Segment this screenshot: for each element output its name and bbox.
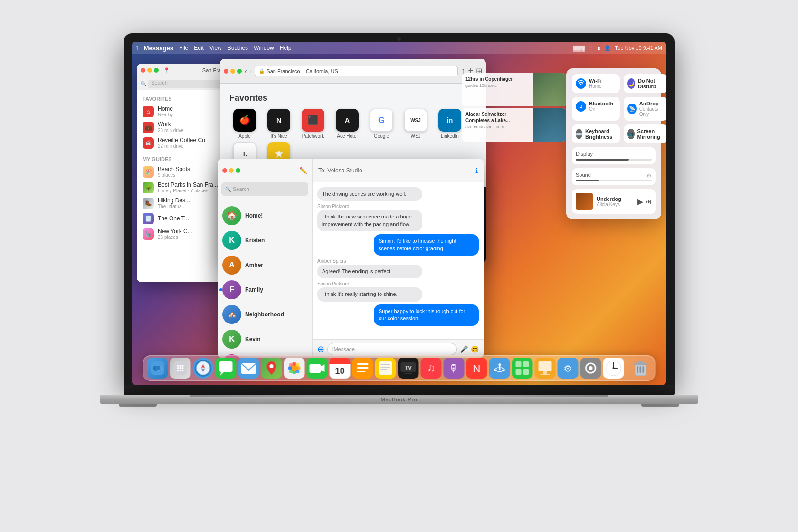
- menubar-file[interactable]: File: [179, 45, 188, 51]
- cc-display-slider[interactable]: [576, 159, 652, 161]
- maximize-button[interactable]: [154, 68, 159, 73]
- favorite-google[interactable]: G Google: [366, 109, 397, 139]
- favorite-patchwork[interactable]: ⬛ Patchwork: [298, 109, 328, 139]
- dock-launchpad[interactable]: [170, 358, 191, 379]
- svg-point-28: [270, 364, 274, 368]
- messages-maximize[interactable]: [236, 168, 240, 173]
- cc-wifi-tile[interactable]: Wi-Fi Home: [572, 74, 620, 93]
- dock-finder[interactable]: [147, 358, 168, 379]
- conv-item-neighborhood[interactable]: 🏘️ Neighborhood: [218, 302, 312, 327]
- macbook-foot-left: [119, 404, 157, 407]
- msg-bubble-incoming-4: I think it's really starting to shine.: [317, 287, 422, 301]
- close-button[interactable]: [141, 68, 145, 73]
- cc-bluetooth-title: Bluetooth: [589, 101, 613, 106]
- messages-apps-icon[interactable]: ⊕: [317, 344, 324, 354]
- dock-reminders[interactable]: [352, 358, 373, 379]
- dock-system-prefs[interactable]: [580, 358, 601, 379]
- svg-rect-90: [643, 366, 644, 373]
- safari-url-bar[interactable]: 🔒 San Francisco – California, US: [255, 66, 458, 76]
- conv-item-kevin[interactable]: K Kevin: [218, 327, 312, 352]
- messages-compose-icon[interactable]: ✏️: [299, 167, 307, 174]
- menubar-help[interactable]: Help: [280, 45, 292, 51]
- cc-keyboard-tile[interactable]: ⌨️ Keyboard Brightness: [572, 124, 620, 143]
- favorite-nile[interactable]: N It's Nice: [264, 109, 294, 139]
- conv-item-home[interactable]: 🏠 Home!: [218, 203, 312, 228]
- dock-numbers[interactable]: [512, 358, 533, 379]
- favorite-wsj[interactable]: WSJ WSJ: [400, 109, 431, 139]
- messages-minimize[interactable]: [229, 168, 234, 173]
- favorite-apple[interactable]: 🍎 Apple: [229, 109, 260, 139]
- cc-display-label: Display: [576, 151, 652, 157]
- dock-music[interactable]: ♫: [421, 358, 442, 379]
- messages-emoji-icon[interactable]: 😊: [471, 345, 479, 353]
- messages-window[interactable]: ✏️ 🔍 Search 🏠: [218, 159, 484, 358]
- dock-tv[interactable]: TV: [398, 358, 419, 379]
- svg-rect-68: [516, 361, 522, 367]
- menubar-wifi-icon[interactable]: ⋮: [589, 45, 594, 51]
- dock-notes[interactable]: [375, 358, 396, 379]
- dock-safari[interactable]: [193, 358, 214, 379]
- safari-maximize[interactable]: [237, 69, 242, 74]
- conv-avatar-kristen: K: [222, 231, 241, 250]
- maps-parks-icon: 🌳: [142, 182, 154, 193]
- dock-mail[interactable]: [238, 358, 259, 379]
- minimize-button[interactable]: [147, 68, 152, 73]
- menubar-edit[interactable]: Edit: [194, 45, 204, 51]
- apple-logo-icon[interactable]: : [136, 45, 138, 52]
- cc-wifi-label-group: Wi-Fi Home: [589, 78, 602, 89]
- svg-point-15: [182, 370, 184, 371]
- dock-xcode[interactable]: ⚙: [558, 358, 579, 379]
- safari-back-icon[interactable]: ‹: [245, 67, 247, 75]
- msg-bubble-incoming-2: I think the new sequence made a huge imp…: [317, 210, 422, 231]
- dock-messages[interactable]: [216, 358, 237, 379]
- svg-text:TV: TV: [405, 365, 412, 370]
- dock-maps[interactable]: [261, 358, 282, 379]
- cc-screen-mirroring-tile[interactable]: 📺 Screen Mirroring: [624, 124, 666, 143]
- dock-news[interactable]: N: [466, 358, 487, 379]
- cc-keyboard-title: Keyboard Brightness: [585, 128, 616, 140]
- cc-skip-icon[interactable]: ⏭: [645, 198, 652, 205]
- safari-close[interactable]: [224, 69, 228, 74]
- menubar-user-icon[interactable]: 👤: [604, 45, 611, 51]
- cc-sound-settings-icon[interactable]: ⚙: [646, 172, 652, 179]
- maps-home-icon: ⌂: [142, 106, 154, 117]
- dock-clock[interactable]: [603, 358, 624, 379]
- news-tile-1[interactable]: 12hrs in Copenhagen guides 12hrs.etc: [462, 73, 566, 106]
- dock-photos[interactable]: [284, 358, 305, 379]
- menubar-window[interactable]: Window: [254, 45, 274, 51]
- conv-avatar-home: 🏠: [222, 206, 241, 225]
- conv-item-family[interactable]: F Family: [218, 277, 312, 302]
- cc-sound-slider[interactable]: [576, 180, 652, 181]
- dock-facetime[interactable]: [307, 358, 328, 379]
- favorite-linkedin[interactable]: in LinkedIn: [435, 109, 465, 139]
- svg-rect-5: [155, 366, 161, 370]
- conv-name-kristen: Kristen: [245, 237, 307, 244]
- menubar-view[interactable]: View: [209, 45, 222, 51]
- safari-minimize[interactable]: [230, 69, 235, 74]
- dock-arcade[interactable]: 🕹: [489, 358, 510, 379]
- cc-music-tile: Underdog Alicia Keys ▶ ⏭: [572, 189, 656, 214]
- dock-podcasts[interactable]: 🎙: [444, 358, 465, 379]
- favorite-ace[interactable]: A Ace Hotel: [332, 109, 362, 139]
- svg-point-36: [296, 363, 300, 367]
- messages-info-icon[interactable]: ℹ: [475, 167, 478, 174]
- safari-forward-icon[interactable]: ›: [250, 67, 252, 75]
- conv-item-kristen[interactable]: K Kristen: [218, 228, 312, 253]
- messages-input-field[interactable]: iMessage: [327, 343, 457, 355]
- cc-play-icon[interactable]: ▶: [637, 197, 643, 206]
- menubar-buddies[interactable]: Buddies: [228, 45, 248, 51]
- cc-airdrop-tile[interactable]: 📡 AirDrop Contacts Only: [624, 97, 666, 121]
- cc-bluetooth-tile[interactable]: ʙ Bluetooth On: [572, 97, 620, 121]
- messages-close[interactable]: [222, 168, 227, 173]
- dock-keynote[interactable]: [535, 358, 556, 379]
- messages-chat-header: To: Velosa Studio ℹ: [313, 159, 484, 182]
- news-tile-2[interactable]: Aladar Schweitzer Completes a Lake... az…: [462, 108, 566, 142]
- conv-item-amber[interactable]: A Amber: [218, 253, 312, 277]
- messages-audio-icon[interactable]: 🎤: [460, 345, 468, 353]
- dock-trash[interactable]: [630, 358, 651, 379]
- svg-point-38: [296, 370, 300, 373]
- messages-search-bar[interactable]: 🔍 Search: [221, 182, 308, 196]
- dock-calendar[interactable]: 10: [330, 358, 351, 379]
- dock-divider: [627, 360, 627, 376]
- cc-dnd-tile[interactable]: 🌙 Do Not Disturb: [624, 74, 666, 93]
